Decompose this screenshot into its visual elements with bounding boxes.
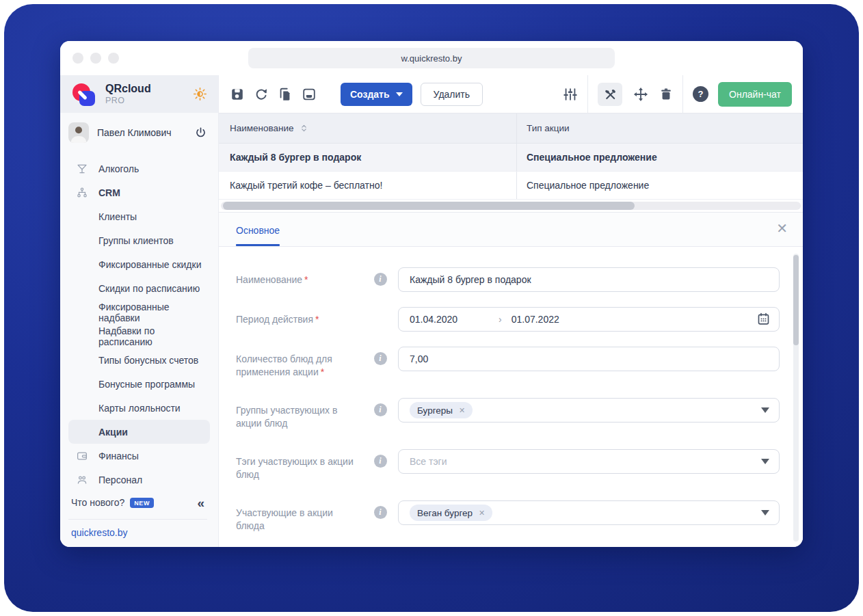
close-icon[interactable]: ✕	[776, 222, 788, 235]
sidebar-item-clients[interactable]: Клиенты	[68, 204, 210, 228]
sidebar-item-bonus-account-types[interactable]: Типы бонусных счетов	[68, 348, 210, 372]
info-icon[interactable]: i	[374, 403, 387, 416]
promo-name: Каждый 8 бургер в подарок	[230, 152, 361, 163]
brand-name: QRcloud	[105, 83, 151, 95]
brand-plan: PRO	[105, 96, 151, 105]
sidebar-item-fixed-markups[interactable]: Фиксированные надбавки	[68, 300, 210, 324]
calendar-icon[interactable]	[756, 312, 771, 326]
chevron-down-icon	[396, 92, 403, 96]
user-row: Павел Климович	[60, 113, 218, 150]
chevron-down-icon[interactable]	[761, 407, 769, 413]
scrollbar-thumb[interactable]	[793, 255, 799, 345]
column-header-type[interactable]: Тип акции	[516, 113, 803, 143]
toolbar-divider	[587, 75, 588, 113]
field-label: Период действия*	[236, 307, 362, 332]
field-dish-groups: Группы участвующих в акции блюд i Бургер…	[236, 398, 780, 430]
sidebar-item-loyalty-cards[interactable]: Карты лояльности	[68, 396, 210, 420]
qrcloud-logo-icon	[71, 81, 98, 107]
scrollbar-thumb[interactable]	[223, 202, 635, 210]
user-name: Павел Климович	[97, 127, 194, 138]
sidebar-item-fixed-discounts[interactable]: Фиксированные скидки	[68, 252, 210, 276]
whats-new-row[interactable]: Что нового? NEW «	[68, 492, 207, 513]
remove-tag-icon[interactable]: ✕	[479, 509, 485, 518]
help-icon[interactable]: ?	[693, 86, 708, 102]
select-placeholder: Все тэги	[410, 456, 447, 467]
sidebar-item-scheduled-markups[interactable]: Надбавки по расписанию	[68, 324, 210, 348]
sidebar-item-bonus-programs[interactable]: Бонусные программы	[68, 372, 210, 396]
date-from[interactable]: 01.04.2020	[410, 314, 499, 325]
field-dish-tags: Тэги участвующих в акции блюд i Все тэги	[236, 449, 780, 481]
whats-new-label: Что нового?	[71, 497, 124, 508]
horizontal-scrollbar	[219, 200, 803, 212]
online-chat-button[interactable]: Онлайн-чат	[718, 82, 792, 107]
field-dishes: Участвующие в акции блюда i Веган бургер…	[236, 500, 780, 533]
chevron-down-icon[interactable]	[761, 510, 769, 515]
window-control-dot[interactable]	[72, 53, 83, 64]
brand-block: QRcloud PRO	[105, 83, 151, 105]
chevron-down-icon[interactable]	[761, 459, 769, 464]
sidebar-footer: Что нового? NEW « quickresto.by	[60, 486, 218, 547]
save-icon[interactable]	[230, 87, 245, 102]
url-text: w.quickresto.by	[401, 53, 462, 64]
sidebar-item-client-groups[interactable]: Группы клиентов	[68, 228, 210, 252]
info-icon[interactable]: i	[374, 455, 387, 468]
org-chart-icon	[75, 187, 89, 199]
filter-sliders-icon[interactable]	[563, 87, 578, 102]
dish-tags-select[interactable]: Все тэги	[398, 449, 780, 474]
dish-groups-select[interactable]: Бургеры ✕	[398, 398, 780, 423]
window-control-dot[interactable]	[108, 53, 119, 64]
daterange-input[interactable]: 01.04.2020 › 01.07.2022	[398, 307, 780, 332]
info-icon[interactable]: i	[374, 273, 387, 286]
theme-sun-icon[interactable]	[193, 87, 207, 101]
trash-icon[interactable]	[659, 88, 673, 101]
move-icon[interactable]	[633, 87, 648, 102]
sidebar-item-finance[interactable]: Финансы	[68, 444, 210, 468]
create-button[interactable]: Создать	[341, 83, 412, 106]
sidebar-item-alcohol[interactable]: Алкоголь	[68, 157, 210, 180]
sidebar-item-crm[interactable]: CRM	[68, 180, 210, 204]
info-icon[interactable]: i	[374, 352, 387, 365]
field-label: Наименование*	[236, 267, 362, 292]
delete-button[interactable]: Удалить	[421, 83, 483, 106]
address-bar[interactable]: w.quickresto.by	[248, 48, 615, 68]
quickresto-link[interactable]: quickresto.by	[71, 527, 127, 538]
promo-name: Каждый третий кофе – бесплатно!	[230, 180, 382, 191]
tray-icon[interactable]	[302, 87, 317, 102]
tools-button[interactable]	[598, 83, 622, 106]
field-label: Количество блюд для применения акции*	[236, 347, 362, 379]
window-control-dot[interactable]	[90, 53, 101, 64]
sidebar-item-scheduled-discounts[interactable]: Скидки по расписанию	[68, 276, 210, 300]
toolbar: Создать Удалить	[219, 75, 803, 113]
date-to[interactable]: 01.07.2022	[512, 314, 559, 325]
promo-type: Специальное предложение	[527, 180, 649, 191]
sidebar-item-staff[interactable]: Персонал	[68, 468, 210, 486]
sidebar-item-promotions[interactable]: Акции	[68, 420, 210, 444]
tab-main[interactable]: Основное	[236, 225, 280, 246]
martini-icon	[75, 163, 89, 175]
window-controls	[72, 53, 119, 64]
table-row[interactable]: Каждый 8 бургер в подарок Специальное пр…	[219, 144, 803, 172]
name-input[interactable]: Каждый 8 бургер в подарок	[398, 267, 780, 292]
sort-icon[interactable]	[300, 124, 308, 133]
dish-count-input[interactable]: 7,00	[398, 347, 780, 371]
app-window: w.quickresto.by QRcloud PRO	[60, 41, 803, 547]
collapse-sidebar-icon[interactable]: «	[197, 496, 204, 509]
copy-icon[interactable]	[278, 87, 293, 102]
field-period: Период действия* 01.04.2020 › 01.07.2022	[236, 307, 780, 332]
table-row[interactable]: Каждый третий кофе – бесплатно! Специаль…	[219, 172, 803, 200]
vertical-scrollbar[interactable]	[793, 254, 799, 541]
dishes-select[interactable]: Веган бургер ✕	[398, 500, 780, 525]
sidebar-header: QRcloud PRO	[60, 75, 218, 113]
edit-panel: Основное ✕ Наименование* i Каждый 8 бург…	[219, 212, 803, 547]
site-row: quickresto.by	[68, 519, 207, 539]
remove-tag-icon[interactable]: ✕	[459, 406, 465, 415]
avatar[interactable]	[68, 122, 89, 143]
scrollbar-track[interactable]	[221, 202, 801, 210]
toolbar-divider	[682, 75, 683, 113]
browser-chrome: w.quickresto.by	[60, 41, 803, 75]
field-label: Группы участвующих в акции блюд	[236, 398, 362, 430]
logout-power-icon[interactable]	[194, 126, 207, 139]
info-icon[interactable]: i	[374, 506, 387, 519]
refresh-icon[interactable]	[254, 87, 269, 102]
column-header-name[interactable]: Наименование	[219, 113, 516, 143]
